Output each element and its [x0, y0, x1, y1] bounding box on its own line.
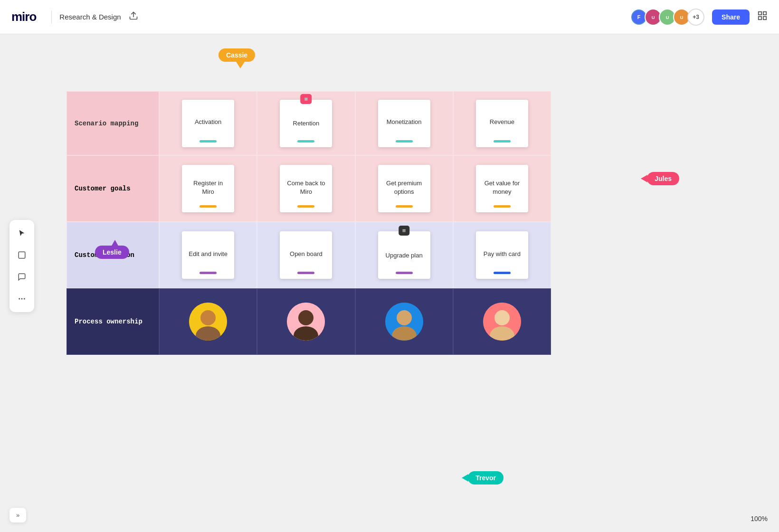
cell-open-board: Open board: [257, 222, 355, 288]
svg-rect-13: [19, 252, 25, 258]
row-header-scenario: Scenario mapping: [66, 91, 159, 155]
sticky-edit-invite-text: Edit and invite: [189, 250, 228, 258]
svg-rect-9: [759, 12, 761, 15]
sticky-bar-open-board: [297, 272, 314, 274]
jules-label: Jules: [647, 172, 679, 185]
svg-point-24: [397, 310, 412, 325]
avatar-count: +3: [687, 9, 704, 26]
sticky-come-back: Come back to Miro: [280, 165, 332, 212]
left-toolbar: [10, 220, 34, 312]
sticky-revenue: Revenue: [476, 100, 528, 147]
sticky-bar-pay-card: [494, 272, 511, 274]
share-button[interactable]: Share: [712, 10, 750, 25]
sticky-bar-revenue: [494, 140, 511, 142]
sticky-upgrade-plan: ≡ Upgrade plan: [378, 231, 430, 279]
cell-monetization: Monetization: [355, 91, 453, 155]
cell-edit-invite: Edit and invite: [159, 222, 257, 288]
scenario-map: Scenario mapping Activation ≡ Retention: [66, 91, 551, 355]
svg-point-15: [21, 298, 23, 300]
sticky-tool[interactable]: [14, 247, 29, 263]
cell-revenue: Revenue: [453, 91, 551, 155]
cursor-tool[interactable]: [14, 226, 29, 241]
upload-icon[interactable]: [129, 11, 138, 23]
sticky-monetization: Monetization: [378, 100, 430, 147]
leslie-label: Leslie: [95, 246, 129, 259]
svg-point-14: [19, 298, 20, 300]
sticky-open-board: Open board: [280, 231, 332, 279]
sticky-bar-value-money: [494, 205, 511, 208]
svg-text:F: F: [637, 14, 641, 19]
trevor-arrow: [462, 474, 468, 482]
topbar: miro Research & Design F U U U +3 Share: [0, 0, 779, 34]
menu-icon[interactable]: [757, 10, 768, 23]
sticky-monetization-text: Monetization: [387, 118, 422, 126]
sticky-revenue-text: Revenue: [490, 118, 514, 126]
sticky-register: Register in Miro: [182, 165, 234, 212]
sticky-register-text: Register in Miro: [188, 179, 228, 196]
svg-text:U: U: [680, 15, 684, 19]
row-process-ownership: Process ownership: [66, 288, 551, 355]
more-tool[interactable]: [14, 291, 29, 306]
jules-cursor: Jules: [641, 172, 679, 185]
cell-register: Register in Miro: [159, 155, 257, 222]
avatar-group: F U U U +3: [630, 9, 704, 26]
sticky-bar-come-back: [297, 205, 314, 208]
row-scenario-mapping: Scenario mapping Activation ≡ Retention: [66, 91, 551, 155]
sticky-open-board-text: Open board: [290, 250, 323, 258]
topbar-divider: [51, 10, 52, 24]
sticky-bar-premium: [396, 205, 413, 208]
comment-tool[interactable]: [14, 269, 29, 285]
cell-avatar2: [257, 288, 355, 355]
sticky-activation: Activation: [182, 100, 234, 147]
svg-rect-10: [763, 12, 766, 15]
upgrade-icon: ≡: [399, 226, 410, 236]
cell-retention: ≡ Retention: [257, 91, 355, 155]
trevor-label: Trevor: [468, 471, 504, 484]
sticky-activation-text: Activation: [195, 118, 221, 126]
sticky-pay-card-text: Pay with card: [484, 250, 521, 258]
cassie-arrow: [236, 62, 245, 68]
svg-point-27: [494, 310, 510, 325]
cell-avatar3: [355, 288, 453, 355]
cassie-label: Cassie: [218, 48, 255, 62]
avatar-blue: [385, 303, 423, 341]
sticky-premium: Get premium options: [378, 165, 430, 212]
cell-value-money: Get value for money: [453, 155, 551, 222]
miro-logo: miro: [11, 10, 36, 24]
row-customer-goals: Customer goals Register in Miro Come bac…: [66, 155, 551, 222]
trevor-cursor: Trevor: [462, 471, 504, 484]
sticky-bar-monetization: [396, 140, 413, 142]
row-header-goals: Customer goals: [66, 155, 159, 222]
svg-text:U: U: [652, 15, 655, 19]
cell-upgrade-plan: ≡ Upgrade plan: [355, 222, 453, 288]
svg-rect-11: [759, 17, 761, 19]
cell-avatar4: [453, 288, 551, 355]
sticky-come-back-text: Come back to Miro: [285, 179, 326, 196]
topbar-right: F U U U +3 Share: [630, 9, 768, 26]
row-header-process: Process ownership: [66, 288, 159, 355]
expand-button[interactable]: »: [10, 508, 26, 522]
canvas: Cassie Jules Leslie Trevor Scenario mapp…: [0, 34, 779, 532]
leslie-cursor: Leslie: [95, 246, 129, 259]
row-customer-action: Customer action Edit and invite Open boa…: [66, 222, 551, 288]
svg-point-16: [24, 298, 25, 300]
sticky-pay-card: Pay with card: [476, 231, 528, 279]
sticky-edit-invite: Edit and invite: [182, 231, 234, 279]
sticky-premium-text: Get premium options: [384, 179, 425, 196]
avatar-yellow: [189, 303, 227, 341]
sticky-bar-register: [200, 205, 217, 208]
sticky-bar-activation: [200, 140, 217, 142]
sticky-bar-edit-invite: [200, 272, 217, 274]
sticky-bar-upgrade: [396, 272, 413, 274]
leslie-arrow: [111, 240, 119, 247]
svg-point-21: [298, 310, 314, 325]
sticky-value-money-text: Get value for money: [482, 179, 522, 196]
zoom-level: 100%: [750, 515, 768, 522]
sticky-upgrade-text: Upgrade plan: [386, 251, 423, 260]
avatar-pink: [287, 303, 325, 341]
svg-point-18: [200, 310, 216, 325]
svg-rect-12: [763, 17, 766, 19]
cell-pay-card: Pay with card: [453, 222, 551, 288]
retention-icon: ≡: [301, 94, 312, 104]
sticky-value-money: Get value for money: [476, 165, 528, 212]
